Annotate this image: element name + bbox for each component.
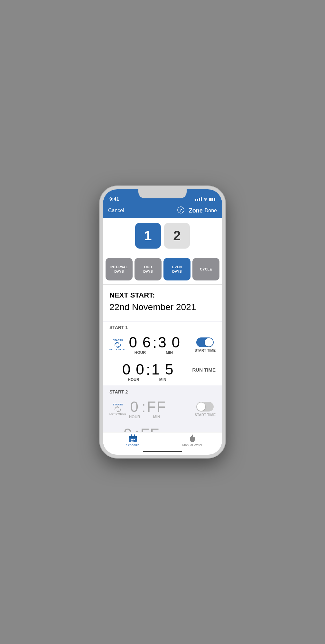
- start1-time-colon: :: [151, 334, 158, 351]
- start1-run-hour-label: HOUR: [128, 377, 139, 382]
- schedule-icon: [128, 434, 137, 443]
- start2-hour-value: 0: [130, 399, 139, 414]
- help-button[interactable]: ?: [177, 206, 184, 215]
- start2-time-row: STARTS NOT SYNCED 0 HOUR : FF M: [103, 396, 222, 423]
- start2-sync-starts: STARTS: [113, 403, 123, 406]
- svg-text:?: ?: [180, 208, 182, 213]
- start2-run-min-display[interactable]: FF MIN: [140, 426, 160, 432]
- start1-run-label: RUN TIME: [192, 367, 216, 377]
- start2-toggle[interactable]: [196, 402, 214, 412]
- start1-toggle-label: START TIME: [195, 348, 216, 352]
- svg-point-8: [134, 439, 135, 440]
- next-start-date: 22nd November 2021: [109, 302, 216, 317]
- content-area: 1 2 INTERVALDAYS ODDDAYS EVENDAYS CYCLE …: [103, 218, 222, 432]
- start1-hour-value: 0 6: [129, 335, 151, 350]
- nav-bar: Cancel ? Zone Done: [103, 204, 222, 218]
- zone-button-2[interactable]: 2: [164, 223, 190, 249]
- notch: [138, 189, 187, 198]
- start2-hour-label: HOUR: [129, 415, 140, 419]
- start1-run-colon: :: [145, 361, 152, 378]
- tab-manual-water[interactable]: Manual Water: [162, 434, 222, 447]
- day-mode-even[interactable]: EVENDAYS: [163, 258, 190, 280]
- svg-point-10: [132, 440, 134, 442]
- tab-bar: Schedule Manual Water: [103, 432, 222, 448]
- start1-hour-display[interactable]: 0 6 HOUR: [129, 335, 151, 355]
- start1-min-display[interactable]: 3 0 MIN: [158, 335, 181, 355]
- start2-section: START 2 STARTS NOT SYNCED 0 HOUR: [103, 386, 222, 432]
- start1-run-min-label: MIN: [159, 377, 166, 382]
- svg-point-7: [132, 439, 134, 440]
- battery-icon: ▮▮▮: [209, 197, 216, 202]
- zone-button-1[interactable]: 1: [135, 223, 161, 249]
- day-mode-selector: INTERVALDAYS ODDDAYS EVENDAYS CYCLE: [103, 254, 222, 285]
- tab-schedule-label: Schedule: [126, 443, 140, 447]
- zone-selector: 1 2: [103, 218, 222, 254]
- start2-run-min-value: FF: [140, 426, 160, 432]
- start1-header: START 1: [103, 322, 222, 331]
- status-time: 9:41: [109, 196, 119, 202]
- start2-run-row: 0 HOUR : FF MIN RUN TIME: [103, 423, 222, 432]
- hand-icon: [188, 434, 197, 443]
- start2-run-hour-display[interactable]: 0 HOUR: [122, 426, 134, 432]
- day-mode-odd[interactable]: ODDDAYS: [135, 258, 162, 280]
- day-mode-cycle[interactable]: CYCLE: [192, 258, 219, 280]
- start1-run-min-display[interactable]: 1 5 MIN: [152, 362, 174, 382]
- tab-schedule[interactable]: Schedule: [103, 434, 162, 447]
- start2-run-label: RUN TIME: [192, 431, 216, 432]
- start1-run-row: 0 0 HOUR : 1 5 MIN RUN TIME: [103, 358, 222, 385]
- start2-sync-icon: [114, 406, 122, 412]
- home-indicator: [103, 448, 222, 455]
- signal-icon: [195, 197, 202, 201]
- tab-manual-water-label: Manual Water: [182, 443, 202, 447]
- cancel-button[interactable]: Cancel: [108, 208, 124, 213]
- start2-min-value: FF: [147, 399, 166, 414]
- start2-header: START 2: [103, 386, 222, 396]
- phone-frame: 9:41 ⊛ ▮▮▮ Cancel ? Zone Done: [100, 186, 225, 458]
- start1-run-hour-value: 0 0: [122, 362, 145, 377]
- svg-rect-5: [129, 436, 137, 438]
- nav-right-group: ? Zone Done: [177, 206, 217, 215]
- start1-time-row: STARTS NOT SYNCED 0 6 HOUR : 3 0: [103, 331, 222, 358]
- home-bar: [143, 451, 182, 452]
- start2-run-hour-value: 0: [124, 426, 133, 432]
- start1-not-synced: NOT SYNCED: [109, 348, 126, 351]
- start2-not-synced: NOT SYNCED: [109, 412, 126, 415]
- start2-time-colon: :: [140, 398, 147, 416]
- start1-hour-label: HOUR: [135, 350, 146, 355]
- start2-min-display[interactable]: FF MIN: [147, 399, 166, 419]
- done-button[interactable]: Done: [205, 208, 217, 213]
- start2-sync-area: STARTS NOT SYNCED: [109, 403, 126, 415]
- start1-toggle-area: START TIME: [195, 337, 216, 352]
- next-start-section: NEXT START: 22nd November 2021: [103, 285, 222, 321]
- sync-icon: [114, 342, 122, 348]
- start2-toggle-area: START TIME: [195, 402, 216, 417]
- status-icons: ⊛ ▮▮▮: [195, 197, 216, 202]
- start1-section: START 1 STARTS NOT SYNCED 0 6 HOUR: [103, 322, 222, 385]
- start2-min-label: MIN: [153, 415, 160, 419]
- start2-run-colon: :: [134, 425, 140, 432]
- start1-run-min-value: 1 5: [152, 362, 174, 377]
- svg-point-9: [131, 440, 132, 442]
- day-mode-interval[interactable]: INTERVALDAYS: [106, 258, 133, 280]
- start1-sync-area: STARTS NOT SYNCED: [109, 339, 126, 351]
- start2-hour-display[interactable]: 0 HOUR: [129, 399, 140, 419]
- svg-point-6: [131, 439, 132, 440]
- start2-toggle-label: START TIME: [195, 413, 216, 417]
- start1-sync-starts: STARTS: [113, 339, 123, 342]
- start1-run-hour-display[interactable]: 0 0 HOUR: [122, 362, 145, 382]
- nav-title: Zone: [189, 207, 203, 214]
- start1-min-label: MIN: [166, 350, 173, 355]
- wifi-icon: ⊛: [204, 197, 207, 202]
- next-start-label: NEXT START:: [109, 291, 216, 299]
- start1-min-value: 3 0: [158, 335, 181, 350]
- start1-toggle[interactable]: [196, 337, 214, 347]
